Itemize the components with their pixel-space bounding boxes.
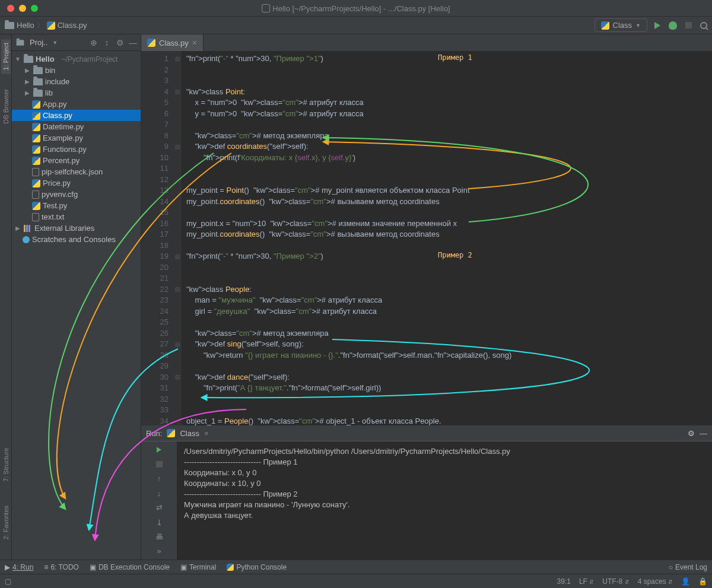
file-icon — [32, 168, 39, 176]
project-tree[interactable]: ▼ Hello ~/PycharmProject ▶bin▶include▶li… — [12, 51, 141, 560]
python-file-icon — [32, 157, 40, 165]
expand-all-icon[interactable]: ↕ — [103, 39, 111, 47]
debug-button[interactable] — [669, 21, 677, 30]
library-icon — [24, 225, 32, 232]
lock-icon[interactable]: 🔒 — [698, 577, 707, 586]
file-icon — [32, 190, 39, 199]
python-icon — [601, 21, 609, 30]
python-file-icon — [32, 134, 40, 142]
tree-file[interactable]: Example.py — [12, 132, 141, 144]
stop-button[interactable] — [685, 22, 692, 28]
terminal-button[interactable]: ▣ Terminal — [180, 563, 216, 571]
tree-file[interactable]: pip-selfcheck.json — [12, 166, 141, 177]
editor-tabs: Class.py × — [141, 34, 712, 51]
python-console-button[interactable]: Python Console — [227, 563, 287, 571]
tree-file[interactable]: pyvenv.cfg — [12, 189, 141, 200]
scroll-to-end-icon[interactable]: ⤓ — [153, 517, 165, 527]
tree-file[interactable]: text.txt — [12, 211, 141, 223]
breadcrumb[interactable]: Hello 〉 Class.py — [5, 20, 87, 31]
indent-config[interactable]: 4 spaces ⇵ — [638, 577, 673, 586]
line-separator[interactable]: LF ⇵ — [579, 577, 594, 586]
run-gear-icon[interactable]: ⚙ — [688, 429, 695, 438]
folder-icon — [24, 56, 33, 63]
search-everywhere-button[interactable] — [700, 22, 707, 29]
run-button[interactable] — [654, 22, 660, 29]
python-file-icon — [47, 21, 55, 30]
close-window-button[interactable] — [7, 5, 14, 12]
tool-windows-bar: ▶ 4: Run ≡ 6: TODO ▣ DB Execution Consol… — [0, 560, 712, 574]
run-down-icon[interactable]: ↓ — [153, 488, 165, 498]
run-panel: ↑ ↓ ⇄ ⤓ 🖶 » /Users/dmitriy/PycharmProjec… — [141, 441, 712, 560]
external-libraries[interactable]: ▶ External Libraries — [12, 223, 141, 234]
toolwindow-toggle-icon[interactable]: ▢ — [5, 577, 17, 586]
run-toolwindow-button[interactable]: ▶ 4: Run — [5, 563, 33, 571]
rerun-button[interactable] — [153, 445, 165, 454]
run-up-icon[interactable]: ↑ — [153, 474, 165, 484]
tree-file[interactable]: Datetime.py — [12, 121, 141, 132]
navbar: Hello 〉 Class.py Class ▼ — [0, 17, 712, 34]
region-label: Пример 2 — [438, 251, 472, 259]
folder-icon — [33, 90, 43, 97]
fold-gutter[interactable]: ⊟⊟⊟⊟⊟⊟⊟ — [173, 51, 182, 425]
print-icon[interactable]: 🖶 — [153, 532, 165, 541]
status-bar: ▢ 39:1 LF ⇵ UTF-8 ⇵ 4 spaces ⇵ 👤 🔒 — [0, 574, 712, 588]
python-file-icon — [32, 112, 40, 120]
soft-wrap-icon[interactable]: ⇄ — [153, 503, 165, 513]
inspection-icon[interactable]: 👤 — [681, 577, 690, 586]
tree-file[interactable]: Test.py — [12, 200, 141, 211]
tree-file[interactable]: Class.py — [12, 110, 141, 121]
tree-folder[interactable]: ▶bin — [12, 65, 141, 76]
panel-title: Proj.. — [30, 38, 47, 47]
folder-icon — [33, 67, 43, 74]
hide-run-panel-icon[interactable]: — — [700, 429, 707, 438]
tree-file[interactable]: Price.py — [12, 177, 141, 189]
minimize-window-button[interactable] — [19, 5, 26, 12]
db-console-button[interactable]: ▣ DB Execution Console — [90, 563, 170, 571]
run-console[interactable]: /Users/dmitriy/PycharmProjects/Hello/bin… — [177, 441, 712, 560]
caret-position[interactable]: 39:1 — [557, 577, 571, 586]
file-icon — [32, 213, 39, 221]
folder-icon — [17, 40, 24, 46]
left-tab-strip: 1: Project DB Browser 7: Structure 2: Fa… — [0, 34, 12, 560]
close-tab-icon[interactable]: × — [192, 38, 197, 47]
project-panel: Proj.. ▼ ⊕ ↕ ⚙ — ▼ Hello ~/PycharmProjec… — [12, 34, 141, 560]
tree-file[interactable]: Functions.py — [12, 144, 141, 155]
folder-icon — [33, 78, 43, 85]
line-gutter[interactable]: 1234567891011121314151617181920212223242… — [141, 51, 173, 425]
python-file-icon — [147, 39, 155, 47]
tree-folder[interactable]: ▶include — [12, 76, 141, 87]
run-configuration-dropdown[interactable]: Class ▼ — [595, 18, 647, 32]
scroll-from-source-icon[interactable]: ⊕ — [90, 39, 98, 47]
python-file-icon — [32, 123, 40, 131]
tree-file[interactable]: Percent.py — [12, 155, 141, 166]
tree-folder[interactable]: ▶lib — [12, 87, 141, 98]
run-tab-label[interactable]: Class — [180, 429, 199, 438]
editor-tab[interactable]: Class.py × — [141, 34, 204, 51]
more-icon[interactable]: » — [153, 546, 165, 556]
file-encoding[interactable]: UTF-8 ⇵ — [602, 577, 629, 586]
editor-area: Class.py × 12345678910111213141516171819… — [141, 34, 712, 560]
structure-tab[interactable]: 7: Structure — [1, 444, 11, 485]
tree-file[interactable]: App.py — [12, 98, 141, 110]
folder-icon — [5, 22, 14, 29]
python-file-icon — [32, 100, 40, 109]
tree-root[interactable]: ▼ Hello ~/PycharmProject — [12, 53, 141, 65]
gear-icon[interactable]: ⚙ — [116, 39, 124, 47]
close-run-tab-icon[interactable]: × — [204, 429, 209, 438]
window-title: Hello [~/PycharmProjects/Hello] - .../Cl… — [262, 3, 450, 13]
zoom-window-button[interactable] — [31, 5, 38, 12]
db-browser-tab[interactable]: DB Browser — [1, 85, 11, 128]
python-file-icon — [32, 179, 40, 187]
code-editor[interactable]: 1234567891011121314151617181920212223242… — [141, 51, 712, 425]
scratches[interactable]: Scratches and Consoles — [12, 234, 141, 245]
hide-panel-icon[interactable]: — — [129, 39, 137, 47]
stop-run-button[interactable] — [153, 459, 165, 469]
run-panel-header: Run: Class × ⚙ — — [141, 425, 712, 441]
event-log-button[interactable]: ○ Event Log — [669, 563, 707, 571]
todo-toolwindow-button[interactable]: ≡ 6: TODO — [44, 563, 79, 571]
python-file-icon — [32, 202, 40, 210]
run-title: Run: — [146, 429, 162, 438]
favorites-tab[interactable]: 2: Favorites — [1, 502, 11, 543]
python-file-icon — [32, 145, 40, 154]
project-tool-tab[interactable]: 1: Project — [1, 39, 11, 74]
